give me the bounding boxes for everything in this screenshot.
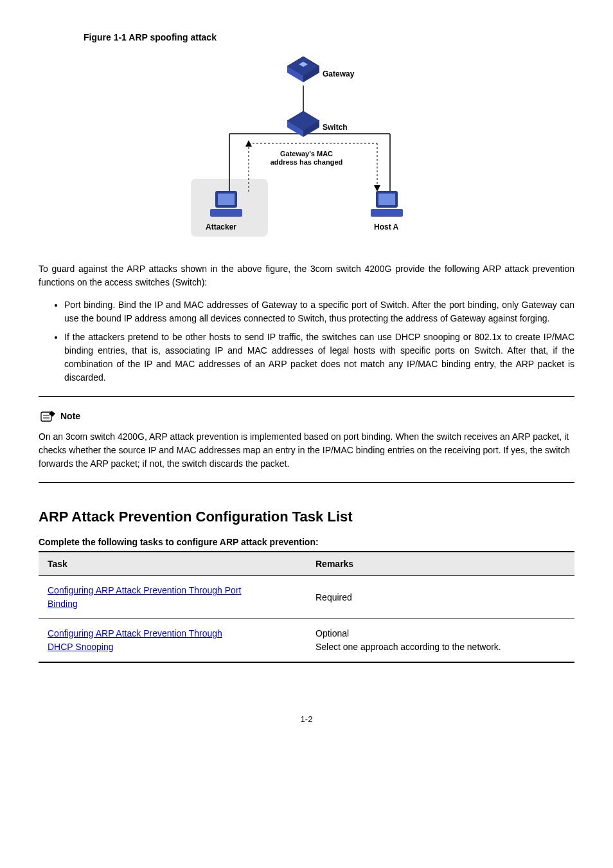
- col-task: Task: [39, 552, 306, 576]
- svg-rect-18: [218, 194, 235, 205]
- gateway-label: Gateway: [323, 69, 354, 78]
- hosta-label: Host A: [374, 222, 398, 231]
- col-remarks: Remarks: [306, 552, 574, 576]
- note-divider-bottom: [39, 482, 574, 483]
- page-container: Figure 1-1 ARP spoofing attack: [0, 0, 613, 750]
- link-port-binding-b[interactable]: Binding: [48, 599, 78, 609]
- spoof-msg-line2: address has changed: [271, 158, 343, 166]
- note-heading: Note: [60, 411, 80, 421]
- note-text: On an 3com switch 4200G, ARP attack prev…: [39, 430, 574, 471]
- feature-list: Port binding. Bind the IP and MAC addres…: [39, 298, 574, 384]
- remarks-optional: Optional: [315, 628, 349, 638]
- svg-marker-9: [374, 185, 380, 192]
- bullet-port-binding: Port binding. Bind the IP and MAC addres…: [64, 298, 574, 325]
- network-diagram: Gateway Switch Attacker Host A Gateway's…: [191, 50, 422, 243]
- spoof-message: Gateway's MAC address has changed: [262, 150, 351, 167]
- link-dhcp-snooping-b[interactable]: DHCP Snooping: [48, 642, 113, 652]
- svg-marker-10: [245, 140, 252, 147]
- remarks-cell: Required: [306, 576, 574, 619]
- section-heading: ARP Attack Prevention Configuration Task…: [39, 509, 574, 525]
- link-dhcp-snooping-a[interactable]: Configuring ARP Attack Prevention Throug…: [48, 628, 222, 638]
- diagram-svg: [191, 50, 422, 243]
- remarks-select: Select one approach according to the net…: [315, 642, 501, 652]
- task-cell: Configuring ARP Attack Prevention Throug…: [39, 576, 306, 619]
- link-port-binding-a[interactable]: Configuring ARP Attack Prevention Throug…: [48, 585, 241, 595]
- task-table: Task Remarks Configuring ARP Attack Prev…: [39, 551, 574, 663]
- bullet-dhcp-8021x: If the attackers pretend to be other hos…: [64, 330, 574, 384]
- page-number: 1-2: [39, 714, 574, 724]
- attacker-label: Attacker: [206, 222, 236, 231]
- svg-rect-21: [378, 194, 395, 205]
- svg-rect-22: [371, 209, 403, 217]
- intro-paragraph: To guard against the ARP attacks shown i…: [39, 262, 574, 289]
- figure-caption: Figure 1-1 ARP spoofing attack: [84, 32, 574, 42]
- note-divider-top: [39, 396, 574, 397]
- task-cell: Configuring ARP Attack Prevention Throug…: [39, 619, 306, 663]
- note-block: Note On an 3com switch 4200G, ARP attack…: [39, 408, 574, 471]
- spoof-msg-line1: Gateway's MAC: [280, 150, 333, 158]
- switch-label: Switch: [323, 123, 348, 132]
- table-row: Configuring ARP Attack Prevention Throug…: [39, 619, 574, 663]
- note-icon: [39, 408, 57, 424]
- note-header: Note: [39, 408, 574, 424]
- table-header-row: Task Remarks: [39, 552, 574, 576]
- table-caption: Complete the following tasks to configur…: [39, 537, 574, 547]
- svg-rect-19: [210, 209, 242, 217]
- remarks-cell: Optional Select one approach according t…: [306, 619, 574, 663]
- table-row: Configuring ARP Attack Prevention Throug…: [39, 576, 574, 619]
